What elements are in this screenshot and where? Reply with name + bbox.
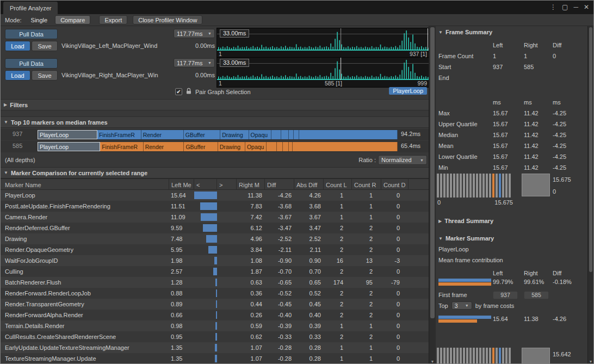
marker-segment-playerloop[interactable]: PlayerLoop	[38, 142, 100, 151]
col-count-diff[interactable]: Count D	[381, 179, 409, 190]
mode-compare-button[interactable]: Compare	[55, 15, 90, 24]
thread-summary-header[interactable]: ▶ Thread Summary	[438, 218, 493, 224]
mode-single-button[interactable]: Single	[26, 15, 53, 24]
marker-segment-gbuffer[interactable]: GBuffer	[184, 130, 221, 139]
col-diff[interactable]: Diff	[265, 179, 294, 190]
marker-summary-header[interactable]: ▼ Marker Summary	[438, 235, 494, 242]
histogram-bar	[447, 174, 449, 198]
table-row[interactable]: Render.TransparentGeometry0.890.44-0.450…	[1, 299, 429, 310]
cell-count-left: 2	[324, 246, 352, 253]
summary-scrollbar-thumb[interactable]	[589, 27, 592, 272]
marker-bar-right[interactable]: PlayerLoopFinishFrameRRenderGBufferDrawi…	[38, 142, 398, 151]
first-frame-right-button[interactable]: 585	[524, 291, 549, 299]
marker-segment-opaqu[interactable]: Opaqu	[245, 142, 267, 151]
load-left-button[interactable]: Load	[5, 41, 30, 51]
left-scale-dropdown[interactable]: 117.77ms ▼	[174, 29, 215, 38]
pull-data-left-button[interactable]: Pull Data	[5, 29, 58, 39]
marker-time-histogram[interactable]	[437, 348, 511, 364]
right-scale-dropdown[interactable]: 117.77ms ▼	[174, 58, 215, 67]
frame-summary-header[interactable]: ▼ Frame Summary	[438, 29, 492, 35]
table-row[interactable]: TextureStreamingManager.Update1.351.07-0…	[1, 353, 429, 364]
table-row[interactable]: PlayerLoop15.6411.38-4.264.26110	[1, 190, 429, 201]
close-icon[interactable]: ✕	[584, 3, 589, 11]
marker-comparison-header[interactable]: ▼ Marker Comparison for currently select…	[1, 167, 429, 178]
marker-segment-render[interactable]: Render	[141, 130, 184, 139]
frame-stat-value: -4.25	[553, 143, 587, 149]
top-count-value: 3	[455, 303, 458, 309]
cell-diff: -0.39	[265, 323, 294, 329]
minimize-icon[interactable]: ─	[573, 3, 578, 11]
first-frame-left-button[interactable]: 937	[493, 291, 518, 299]
table-row[interactable]: Camera.Render11.097.42-3.673.67110	[1, 212, 429, 223]
marker-segment[interactable]	[281, 130, 289, 139]
marker-segment[interactable]	[267, 142, 277, 151]
col-left: Left	[493, 42, 524, 48]
selected-marker-chip[interactable]: PlayerLoop	[389, 87, 427, 95]
frame-timeline-left[interactable]: 33.00ms 1 937 [1]	[216, 28, 429, 58]
frame-timeline-right[interactable]: 33.00ms 1 585 [1] 999	[216, 57, 429, 88]
lock-icon[interactable]	[185, 88, 192, 96]
marker-segment[interactable]	[271, 130, 281, 139]
ratio-dropdown[interactable]: Normalized ▼	[378, 155, 427, 165]
scroll-down-icon[interactable]: ▼	[429, 360, 436, 363]
table-row[interactable]: PostLateUpdate.FinishFrameRendering11.51…	[1, 201, 429, 212]
table-row[interactable]: Drawing7.484.96-2.522.52220	[1, 233, 429, 244]
frame-time-histogram[interactable]	[437, 174, 511, 198]
marker-segment-gbuffer[interactable]: GBuffer	[184, 142, 218, 151]
top10-header[interactable]: ▼ Top 10 markers on median frames	[1, 116, 429, 128]
table-row[interactable]: RenderForwardAlpha.Render0.660.26-0.400.…	[1, 310, 429, 320]
col-left-bar[interactable]: <	[194, 179, 217, 190]
table-row[interactable]: Render.OpaqueGeometry5.953.84-2.112.1122…	[1, 244, 429, 255]
marker-segment-finishframer[interactable]: FinishFrameR	[97, 130, 141, 139]
marker-segment-drawing[interactable]: Drawing	[218, 142, 245, 151]
marker-segment-drawing[interactable]: Drawing	[220, 130, 249, 139]
table-row[interactable]: CullResults.CreateSharedRendererScene0.9…	[1, 331, 429, 342]
export-button[interactable]: Export	[99, 15, 127, 24]
summary-scrollbar[interactable]: ▼	[587, 26, 593, 364]
close-profiler-window-button[interactable]: Close Profiler Window	[133, 15, 202, 24]
col-right-median[interactable]: Right M	[237, 179, 265, 190]
cell-diff: -3.67	[265, 214, 294, 220]
table-row[interactable]: EarlyUpdate.UpdateTextureStreamingManage…	[1, 342, 429, 353]
table-row[interactable]: Terrain.Details.Render0.980.59-0.390.391…	[1, 320, 429, 331]
marker-segment[interactable]	[277, 142, 283, 151]
col-right-bar[interactable]: >	[217, 179, 237, 190]
marker-segment[interactable]	[289, 142, 293, 151]
col-count-left[interactable]: Count L	[324, 179, 352, 190]
pair-graph-selection-checkbox[interactable]: ✔	[175, 88, 182, 95]
table-row[interactable]: WaitForJobGroupID1.981.08-0.900.901613-3	[1, 255, 429, 266]
maximize-icon[interactable]: ▢	[562, 3, 568, 11]
top-count-dropdown[interactable]: 3 ▼	[451, 301, 472, 310]
scroll-down-icon[interactable]: ▼	[588, 360, 593, 363]
left-value-bar	[203, 224, 217, 232]
marker-segment-render[interactable]: Render	[144, 142, 184, 151]
marker-segment-opaqu[interactable]: Opaqu	[249, 130, 272, 139]
col-left-median[interactable]: Left Me	[169, 179, 194, 190]
col-marker-name[interactable]: Marker Name	[1, 179, 169, 190]
marker-segment[interactable]	[294, 130, 299, 139]
main-scrollbar[interactable]: ▼	[429, 26, 436, 364]
marker-segment[interactable]	[299, 130, 398, 139]
marker-bar-left[interactable]: PlayerLoopFinishFrameRRenderGBufferDrawi…	[38, 130, 398, 139]
marker-segment[interactable]	[283, 142, 289, 151]
marker-segment-playerloop[interactable]: PlayerLoop	[38, 130, 97, 139]
tab-profile-analyzer[interactable]: Profile Analyzer	[3, 2, 58, 14]
pull-data-right-button[interactable]: Pull Data	[5, 58, 58, 69]
table-row[interactable]: BatchRenderer.Flush1.280.63-0.650.651749…	[1, 277, 429, 288]
col-abs-diff[interactable]: Abs Diff	[294, 179, 324, 190]
table-row[interactable]: RenderDeferred.GBuffer9.596.12-3.473.472…	[1, 223, 429, 233]
menu-icon[interactable]: ⋮	[550, 3, 556, 11]
marker-segment[interactable]	[289, 130, 294, 139]
marker-segment[interactable]	[293, 142, 398, 151]
table-row[interactable]: RenderForward.RenderLoopJob0.880.36-0.52…	[1, 288, 429, 299]
main-scrollbar-thumb[interactable]	[430, 27, 435, 318]
save-right-button[interactable]: Save	[32, 70, 58, 81]
load-right-button[interactable]: Load	[5, 70, 30, 81]
marker-segment-finishframer[interactable]: FinishFrameR	[100, 142, 143, 151]
frame-stat-row: Start937585	[436, 61, 587, 72]
cell-left-median: 1.35	[169, 355, 194, 362]
col-count-right[interactable]: Count R	[352, 179, 381, 190]
save-left-button[interactable]: Save	[32, 41, 58, 51]
filters-header[interactable]: ▶ Filters	[1, 99, 429, 110]
table-row[interactable]: Culling2.571.87-0.700.70220	[1, 266, 429, 277]
